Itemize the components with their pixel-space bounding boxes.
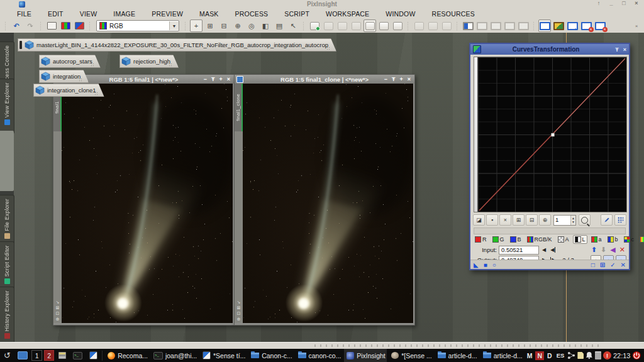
task-firefox[interactable]: Recoma... <box>105 349 149 362</box>
tab-grip[interactable] <box>326 47 330 50</box>
toolbar-grip[interactable] <box>303 21 305 31</box>
text-editor-launcher-icon[interactable] <box>87 349 100 362</box>
execute-icon[interactable]: ✓ <box>610 261 615 268</box>
process-restore-icon[interactable] <box>413 19 425 32</box>
process-save-icon[interactable] <box>377 19 390 32</box>
window-corner-controls[interactable]: ↘ ⊠ ⊡ ⊕ <box>53 300 62 322</box>
reset-icon[interactable]: ✕ <box>621 261 626 268</box>
input-field[interactable]: 0.50521 <box>499 246 539 255</box>
iconize-icon[interactable]: − <box>384 76 387 82</box>
menu-resources[interactable]: RESOURCES <box>424 10 483 18</box>
process-explorer-icon[interactable] <box>364 19 376 32</box>
menu-view[interactable]: VIEW <box>72 10 106 18</box>
zoom-out-mode-icon[interactable]: ⊟ <box>218 19 230 32</box>
iconized-window-integration[interactable]: integration <box>39 70 89 83</box>
menu-mask[interactable]: MASK <box>191 10 227 18</box>
toolbar-grip[interactable] <box>533 21 535 31</box>
edit-preview-icon[interactable]: ▤ <box>273 19 286 32</box>
workspace-4-icon[interactable] <box>517 19 530 32</box>
tray-layout-es[interactable]: ES <box>555 352 566 359</box>
zoom-icon[interactable]: + <box>399 76 402 82</box>
task-folder-canon[interactable]: Canon-c... <box>248 349 293 362</box>
task-terminal[interactable]: >_joan@thi... <box>151 349 198 362</box>
sidebar-tab-file-explorer[interactable]: File Explorer <box>0 195 14 246</box>
iconized-window-autocrop-stars[interactable]: autocrop_stars <box>39 55 101 68</box>
tab-grip[interactable] <box>94 92 98 95</box>
file-manager-launcher-icon[interactable] <box>56 349 69 362</box>
task-folder-article[interactable]: article-d... <box>435 349 479 362</box>
zoom-11-icon[interactable] <box>579 214 591 226</box>
menu-process[interactable]: PROCESS <box>227 10 277 18</box>
alert-tray-icon[interactable]: ! <box>603 351 611 359</box>
new-preview-mode-icon[interactable]: ◧ <box>259 19 272 32</box>
center-image-icon[interactable]: ⊕ <box>231 19 244 32</box>
sidebar-tab-script-editor[interactable]: Script Editor <box>0 241 14 292</box>
zoom-fit-icon[interactable]: ⊠ <box>237 305 241 310</box>
browse-documentation-icon[interactable]: □ <box>591 261 595 268</box>
task-folder-canon2[interactable]: canon-co... <box>296 349 343 362</box>
close-icon[interactable]: × <box>227 76 230 82</box>
process-clone-icon[interactable] <box>426 19 439 32</box>
shade-icon[interactable]: Ŧ <box>211 76 215 82</box>
redo-icon[interactable]: ↷ <box>24 19 36 32</box>
menu-file[interactable]: FILE <box>9 10 40 18</box>
process-history-icon[interactable] <box>336 19 348 32</box>
first-point-icon[interactable]: ◀ <box>550 247 555 253</box>
restore-curve-icon[interactable]: ◀ <box>610 246 615 254</box>
toolbar-grip[interactable] <box>456 21 458 31</box>
window-maximize-icon[interactable]: □ <box>620 0 628 6</box>
window-minimize-icon[interactable]: _ <box>608 0 615 6</box>
process-history-back-icon[interactable] <box>350 19 362 32</box>
edit-process-icon[interactable] <box>322 19 335 32</box>
new-instance-icon[interactable]: ◣ <box>474 261 479 268</box>
zoom-in-mode-icon[interactable]: ⊞ <box>204 19 216 32</box>
toolbar-grip[interactable] <box>407 21 409 31</box>
readout-cursor-icon[interactable]: ↖ <box>287 19 299 32</box>
battery-tray-icon[interactable] <box>595 351 601 359</box>
new-process-icon[interactable] <box>308 19 321 32</box>
channel-h[interactable]: H <box>638 235 644 244</box>
current-monitor-icon[interactable] <box>538 19 551 32</box>
sidebar-tab-view-explorer[interactable]: View Explorer <box>0 79 14 134</box>
channel-r[interactable]: R <box>473 235 489 244</box>
fit-view-icon[interactable]: ◎ <box>245 19 258 32</box>
workspace-pager-2[interactable]: 2 <box>44 350 55 361</box>
zoom-level-spinner[interactable]: 1 ▲▼ <box>553 215 576 226</box>
menu-workspace[interactable]: WORKSPACE <box>318 10 377 18</box>
toolbar-grip[interactable] <box>89 21 91 31</box>
workspace-2-icon[interactable] <box>489 19 502 32</box>
process-delete-icon[interactable] <box>440 19 453 32</box>
toolbar-overflow-icon[interactable]: × <box>630 19 643 32</box>
channel-alpha[interactable]: A <box>556 235 571 244</box>
show-desktop-icon[interactable] <box>15 349 30 362</box>
terminal-launcher-icon[interactable]: >_ <box>70 349 85 362</box>
color-management-icon[interactable] <box>73 19 86 32</box>
shade-icon[interactable]: Ŧ <box>392 76 396 82</box>
workspace-pager-1[interactable]: 1 <box>31 350 42 361</box>
wallpaper-icon[interactable] <box>552 19 565 32</box>
menu-window[interactable]: WINDOW <box>377 10 423 18</box>
tray-keyboard-m[interactable]: M <box>526 352 534 359</box>
pan-mode-icon[interactable]: + <box>190 19 203 32</box>
undo-icon[interactable]: ↶ <box>10 19 23 32</box>
sidebar-tab-history-explorer[interactable]: History Explorer <box>0 287 14 343</box>
channel-g[interactable]: G <box>491 235 506 244</box>
task-text-editor[interactable]: *Sense tí... <box>200 349 247 362</box>
optimal-zoom-icon[interactable]: ⊕ <box>56 317 60 322</box>
channel-b-lab[interactable]: b <box>606 235 620 244</box>
window-menu-icon[interactable]: ↺ <box>1 349 13 362</box>
curves-transformation-dialog[interactable]: CurvesTransformation Ŧ × ◪ ▪ × ⊞ <box>469 43 630 270</box>
grid-toggle-icon[interactable] <box>614 214 626 226</box>
notification-bell-icon[interactable] <box>586 351 593 359</box>
window-corner-controls[interactable]: ↘ ⊠ ⊡ ⊕ <box>235 300 243 322</box>
spinner-arrows-icon[interactable]: ▲▼ <box>570 216 575 225</box>
delete-point-mode-icon[interactable]: × <box>499 214 511 226</box>
track-view-icon[interactable]: ⬆ <box>591 246 597 254</box>
real-time-preview-icon[interactable]: ○ <box>492 261 496 268</box>
close-icon[interactable]: × <box>408 76 411 82</box>
menu-edit[interactable]: EDIT <box>40 10 72 18</box>
split-workspace-icon[interactable] <box>462 19 474 32</box>
dock-highlight-segment[interactable] <box>0 131 14 191</box>
fit-window-icon[interactable]: ↘ <box>237 300 241 305</box>
image-window-final1-clone[interactable]: RGB 1:5 final1_clone | <*new*> − Ŧ + × f… <box>234 74 415 326</box>
